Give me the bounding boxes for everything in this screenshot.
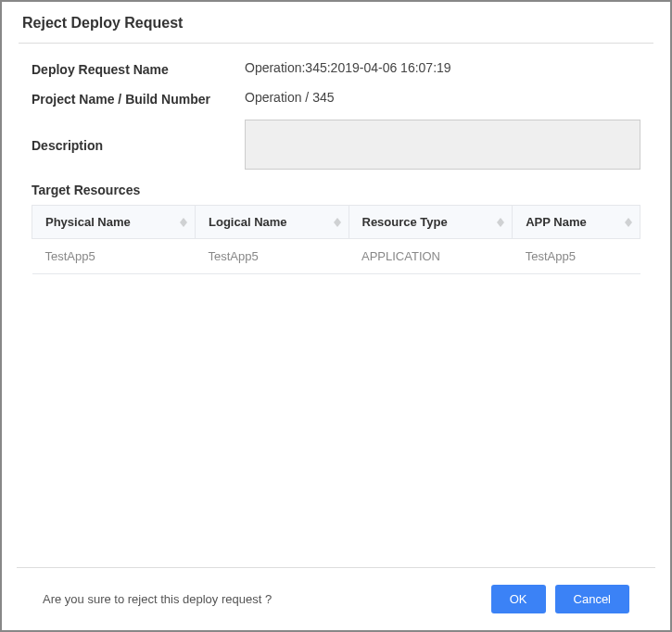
column-physical-name-label: Physical Name — [45, 215, 131, 229]
deploy-request-name-row: Deploy Request Name Operation:345:2019-0… — [32, 60, 640, 77]
project-value: Operation / 345 — [245, 90, 640, 105]
footer-buttons: OK Cancel — [491, 585, 629, 613]
cell-app-name: TestApp5 — [513, 239, 640, 274]
svg-marker-1 — [180, 222, 187, 227]
cell-logical-name: TestApp5 — [196, 239, 349, 274]
confirm-text: Are you sure to reject this deploy reque… — [43, 592, 272, 606]
deploy-request-name-value: Operation:345:2019-04-06 16:07:19 — [245, 60, 640, 75]
svg-marker-7 — [625, 222, 632, 227]
modal-title: Reject Deploy Request — [22, 15, 650, 32]
modal-body: Deploy Request Name Operation:345:2019-0… — [2, 44, 670, 274]
sort-icon[interactable] — [625, 218, 632, 227]
ok-button[interactable]: OK — [491, 585, 546, 613]
target-resources-table: Physical Name Logical Name Resource Type — [32, 205, 640, 274]
column-app-name[interactable]: APP Name — [513, 206, 640, 239]
project-label: Project Name / Build Number — [32, 90, 245, 107]
column-physical-name[interactable]: Physical Name — [32, 206, 196, 239]
description-label: Description — [32, 136, 245, 153]
footer-content: Are you sure to reject this deploy reque… — [17, 585, 655, 613]
svg-marker-5 — [497, 222, 504, 227]
sort-icon[interactable] — [180, 218, 187, 227]
target-resources-title: Target Resources — [32, 183, 640, 197]
cell-physical-name: TestApp5 — [32, 239, 196, 274]
table-header-row: Physical Name Logical Name Resource Type — [32, 206, 640, 239]
project-row: Project Name / Build Number Operation / … — [32, 90, 640, 107]
column-resource-type-label: Resource Type — [362, 215, 448, 229]
deploy-request-name-label: Deploy Request Name — [32, 60, 245, 77]
modal-footer: Are you sure to reject this deploy reque… — [2, 567, 670, 630]
column-app-name-label: APP Name — [526, 215, 587, 229]
modal-header: Reject Deploy Request — [2, 2, 670, 43]
footer-divider — [17, 567, 655, 568]
cell-resource-type: APPLICATION — [349, 239, 513, 274]
sort-icon[interactable] — [334, 218, 341, 227]
cancel-button[interactable]: Cancel — [555, 585, 629, 613]
sort-icon[interactable] — [497, 218, 504, 227]
description-row: Description — [32, 120, 640, 170]
column-resource-type[interactable]: Resource Type — [349, 206, 513, 239]
svg-marker-3 — [334, 222, 341, 227]
description-input[interactable] — [245, 120, 640, 170]
column-logical-name[interactable]: Logical Name — [196, 206, 349, 239]
column-logical-name-label: Logical Name — [209, 215, 287, 229]
table-row: TestApp5 TestApp5 APPLICATION TestApp5 — [32, 239, 640, 274]
